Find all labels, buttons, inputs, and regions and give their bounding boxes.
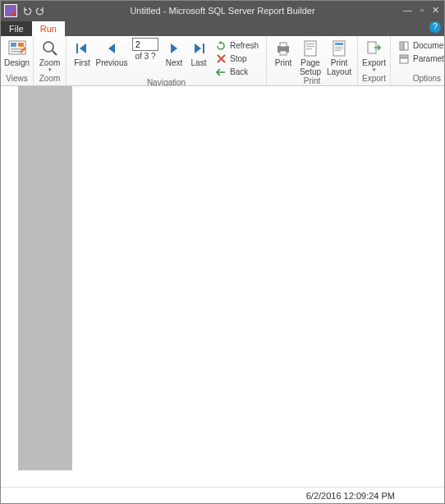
back-button[interactable]: Back [213, 66, 261, 78]
group-navigation: First Previous of 3 ? Next Last [67, 36, 267, 85]
svg-rect-21 [335, 48, 343, 49]
document-map-icon [398, 40, 410, 52]
chevron-down-icon: ▾ [373, 67, 376, 72]
svg-rect-16 [306, 46, 314, 47]
report-canvas[interactable] [2, 86, 443, 487]
svg-rect-7 [76, 44, 78, 53]
next-button[interactable]: Next [162, 38, 186, 67]
print-icon [275, 39, 291, 57]
tab-file[interactable]: File [1, 21, 32, 36]
group-options: Document Parameters Options [391, 36, 445, 85]
svg-point-5 [44, 42, 53, 52]
page-number-input[interactable] [132, 38, 158, 51]
refresh-button[interactable]: Refresh [213, 39, 261, 52]
redo-icon[interactable] [35, 6, 45, 16]
help-button[interactable]: ? [429, 21, 441, 33]
ribbon: Design Views Zoom ▾ Zoom First [1, 36, 444, 86]
page-setup-icon [303, 39, 318, 57]
parameters-icon [398, 53, 410, 65]
design-icon [8, 39, 26, 57]
export-icon [366, 39, 383, 57]
title-bar: Untitled - Microsoft SQL Server Report B… [1, 1, 444, 20]
parameters-button[interactable]: Parameters [396, 53, 445, 65]
maximize-button[interactable]: ▫ [420, 5, 424, 16]
svg-rect-27 [400, 58, 408, 63]
svg-rect-4 [11, 51, 21, 53]
back-icon [215, 66, 227, 78]
export-button[interactable]: Export ▾ [361, 38, 387, 72]
svg-rect-12 [280, 43, 287, 47]
svg-rect-17 [306, 48, 312, 49]
next-icon [167, 39, 181, 57]
svg-rect-3 [11, 48, 24, 50]
print-button[interactable]: Print [270, 38, 296, 67]
window-title: Untitled - Microsoft SQL Server Report B… [1, 6, 444, 16]
page-setup-button[interactable]: Page Setup [296, 38, 324, 76]
previous-icon [104, 39, 119, 57]
first-button[interactable]: First [70, 38, 94, 67]
report-placeholder [18, 86, 72, 470]
status-timestamp: 6/2/2016 12:09:24 PM [306, 491, 395, 501]
refresh-icon [215, 40, 227, 52]
svg-rect-20 [335, 47, 343, 48]
last-button[interactable]: Last [186, 38, 211, 67]
stop-icon [215, 53, 227, 65]
page-indicator: of 3 ? [132, 38, 158, 61]
svg-rect-2 [18, 43, 24, 47]
svg-rect-22 [335, 50, 341, 51]
group-print: Print Page Setup Print Layout Print [267, 36, 358, 85]
svg-rect-26 [400, 55, 408, 57]
nav-actions: Refresh Stop Back [211, 38, 263, 78]
stop-button[interactable]: Stop [213, 53, 261, 65]
app-icon [4, 4, 17, 17]
svg-rect-1 [11, 43, 16, 47]
group-views: Design Views [1, 36, 34, 85]
zoom-icon [42, 39, 58, 57]
page-of-label: of 3 ? [135, 52, 155, 61]
svg-line-6 [53, 51, 57, 55]
document-map-button[interactable]: Document [396, 39, 445, 52]
close-button[interactable]: ✕ [432, 5, 439, 16]
first-icon [75, 39, 89, 57]
minimize-button[interactable]: — [403, 5, 412, 16]
previous-button[interactable]: Previous [94, 38, 129, 67]
svg-rect-24 [400, 42, 403, 50]
print-layout-button[interactable]: Print Layout [324, 38, 354, 76]
svg-rect-25 [404, 42, 408, 50]
svg-rect-19 [335, 43, 343, 45]
svg-rect-8 [203, 44, 204, 53]
tab-run[interactable]: Run [32, 21, 65, 36]
print-layout-icon [332, 39, 346, 57]
undo-icon[interactable] [22, 6, 32, 16]
tab-strip: File Run ? [1, 20, 444, 36]
status-bar: 6/2/2016 12:09:24 PM [1, 487, 444, 503]
last-icon [191, 39, 206, 57]
group-export: Export ▾ Export [358, 36, 391, 85]
design-button[interactable]: Design [4, 38, 30, 67]
svg-rect-15 [306, 44, 314, 44]
zoom-button[interactable]: Zoom ▾ [37, 38, 62, 72]
group-zoom: Zoom ▾ Zoom [34, 36, 67, 85]
quick-access-toolbar [22, 6, 45, 16]
chevron-down-icon: ▾ [48, 67, 52, 72]
svg-rect-13 [280, 51, 287, 55]
